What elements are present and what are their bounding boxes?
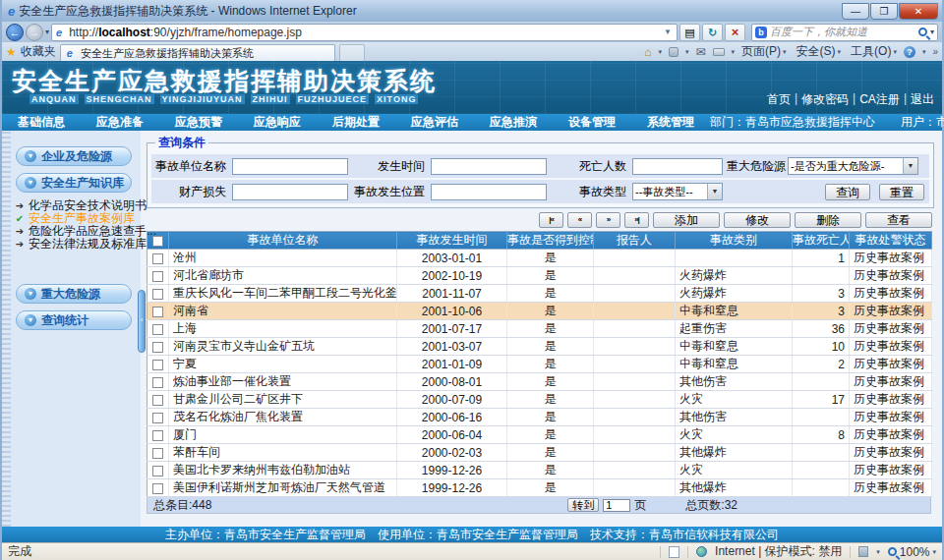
- nav-item[interactable]: 系统管理: [631, 114, 710, 131]
- row-checkbox[interactable]: [152, 360, 163, 370]
- table-row[interactable]: 甘肃金川公司二矿区井下2000-07-09是火灾17历史事故案例: [148, 391, 932, 409]
- nav-item[interactable]: 后期处置: [317, 114, 395, 131]
- chevron-down-icon[interactable]: ▾: [732, 48, 736, 56]
- back-button[interactable]: ←: [6, 24, 24, 41]
- table-row[interactable]: 沧州2003-01-01是1历史事故案例: [148, 250, 932, 267]
- nav-item[interactable]: 应急预警: [159, 114, 238, 131]
- command-menu[interactable]: 工具(O)▾: [851, 43, 897, 60]
- command-menu[interactable]: 安全(S)▾: [796, 43, 842, 60]
- table-row[interactable]: 美国北卡罗来纳州韦兹伯勒加油站1999-12-26是火灾历史事故案例: [148, 462, 932, 479]
- col-date[interactable]: 事故发生时间: [397, 232, 507, 250]
- header-link[interactable]: 首页: [767, 91, 791, 108]
- zoom-control[interactable]: 100% ▾: [888, 545, 936, 559]
- row-checkbox[interactable]: [152, 307, 163, 317]
- help-icon[interactable]: ?: [904, 46, 915, 58]
- sidebar-group-0[interactable]: ▾企业及危险源: [16, 146, 132, 166]
- print-icon[interactable]: [713, 48, 725, 56]
- next-page-button[interactable]: »: [596, 212, 620, 228]
- row-checkbox[interactable]: [152, 289, 163, 300]
- table-row[interactable]: 炼油事业部一催化装置2000-08-01是其他伤害历史事故案例: [148, 373, 932, 391]
- table-row[interactable]: 河北省廊坊市2002-10-19是火药爆炸历史事故案例: [148, 267, 932, 285]
- command-menu[interactable]: 页面(P)▾: [741, 43, 787, 60]
- col-reporter[interactable]: 报告人: [594, 232, 676, 250]
- nav-item[interactable]: 设备管理: [553, 114, 631, 131]
- table-row[interactable]: 美国伊利诺斯州芝加哥炼油厂天然气管道1999-12-26是其他爆炸历史事故案例: [148, 479, 932, 497]
- chevron-down-icon[interactable]: ▾: [658, 48, 662, 56]
- add-button[interactable]: 添加: [653, 212, 720, 228]
- search-button[interactable]: 查询: [825, 184, 870, 200]
- sidebar-group-3[interactable]: ▾查询统计: [16, 310, 132, 330]
- row-checkbox[interactable]: [152, 253, 163, 264]
- table-row[interactable]: 苯酐车间2000-02-03是其他爆炸历史事故案例: [148, 444, 932, 462]
- refresh-button[interactable]: ↻: [702, 24, 723, 41]
- row-checkbox[interactable]: [152, 395, 163, 406]
- row-checkbox[interactable]: [152, 324, 163, 335]
- reset-button[interactable]: 重置: [879, 184, 924, 200]
- goto-page-button[interactable]: 转到: [567, 498, 599, 512]
- search-icon[interactable]: [918, 28, 927, 36]
- table-row[interactable]: 茂名石化炼油厂焦化装置2000-06-16是其他伤害历史事故案例: [148, 409, 932, 426]
- header-link[interactable]: 修改密码: [801, 91, 849, 108]
- col-type[interactable]: 事故类别: [676, 232, 793, 250]
- search-input[interactable]: b 百度一下，你就知道 ▾: [751, 24, 938, 41]
- row-checkbox[interactable]: [152, 466, 163, 476]
- table-row[interactable]: 宁夏2001-01-09是中毒和窒息2历史事故案例: [148, 356, 932, 373]
- close-button[interactable]: ✕: [899, 3, 938, 20]
- nav-item[interactable]: 基础信息: [2, 114, 81, 131]
- new-tab-button[interactable]: [339, 44, 365, 61]
- nav-item[interactable]: 应急评估: [395, 114, 474, 131]
- row-checkbox[interactable]: [152, 413, 163, 423]
- url-dropdown-icon[interactable]: ▼: [661, 28, 675, 36]
- table-row[interactable]: 上海2001-07-17是起重伤害36历史事故案例: [148, 320, 932, 338]
- chevron-down-icon[interactable]: ▾: [876, 548, 880, 556]
- col-deaths[interactable]: 事故死亡人数: [793, 232, 850, 250]
- view-button[interactable]: 查看: [865, 212, 932, 228]
- header-link[interactable]: CA注册: [859, 91, 900, 108]
- rss-feed-icon[interactable]: [669, 47, 678, 57]
- favorites-star-icon[interactable]: ★: [6, 45, 17, 59]
- stop-button[interactable]: ×: [725, 24, 745, 41]
- table-row[interactable]: 重庆长风化一车间二苯甲酮工段二号光化釜2001-11-07是火药爆炸3历史事故案…: [148, 285, 932, 303]
- row-checkbox[interactable]: [152, 483, 163, 494]
- table-row[interactable]: 厦门2000-06-04是火灾8历史事故案例: [148, 426, 932, 444]
- sidebar-group-2[interactable]: ▾重大危险源: [16, 284, 132, 304]
- major-hazard-select[interactable]: -是否为重大危险源- ▼: [788, 157, 918, 175]
- url-input[interactable]: e http://localhost:90/yjzh/frame/homepag…: [51, 24, 678, 41]
- nav-item[interactable]: 应急推演: [474, 114, 553, 131]
- accident-type-select[interactable]: --事故类型-- ▼: [632, 183, 723, 200]
- maximize-button[interactable]: ❐: [870, 3, 898, 20]
- forward-button[interactable]: →: [26, 24, 43, 41]
- delete-button[interactable]: 删除: [795, 212, 861, 228]
- mail-icon[interactable]: ✉: [695, 45, 705, 59]
- row-checkbox[interactable]: [152, 377, 163, 388]
- page-number-input[interactable]: [603, 499, 630, 512]
- search-dropdown-icon[interactable]: ▾: [930, 28, 934, 36]
- col-status[interactable]: 事故处警状态: [850, 232, 932, 250]
- browser-tab[interactable]: e 安全生产应急救援指挥辅助决策系统: [60, 44, 335, 61]
- header-link[interactable]: 退出: [911, 91, 934, 108]
- row-checkbox[interactable]: [152, 448, 163, 459]
- compatibility-view-button[interactable]: ▤: [679, 24, 700, 41]
- row-checkbox[interactable]: [152, 271, 163, 282]
- last-page-button[interactable]: »|: [624, 212, 649, 228]
- chevron-down-icon[interactable]: ▾: [685, 48, 689, 56]
- row-checkbox[interactable]: [152, 342, 163, 353]
- home-icon[interactable]: ⌂: [644, 45, 651, 59]
- occur-time-input[interactable]: [431, 158, 547, 175]
- property-loss-input[interactable]: [232, 184, 348, 200]
- modify-button[interactable]: 修改: [724, 212, 791, 228]
- sidebar-group-1[interactable]: ▾安全生产知识库: [16, 173, 132, 193]
- first-page-button[interactable]: |«: [539, 212, 563, 228]
- nav-item[interactable]: 应急准备: [81, 114, 159, 131]
- sidebar-item[interactable]: ➔安全法律法规及标准库: [14, 238, 141, 251]
- unit-name-input[interactable]: [232, 158, 348, 175]
- more-commands-icon[interactable]: »: [932, 46, 938, 57]
- location-input[interactable]: [431, 184, 547, 200]
- compatibility-icon[interactable]: [858, 546, 868, 557]
- row-checkbox[interactable]: [152, 430, 163, 441]
- table-row[interactable]: 河南省2001-10-06是中毒和窒息3历史事故案例: [148, 303, 932, 320]
- history-dropdown-icon[interactable]: ▾: [45, 28, 49, 36]
- prev-page-button[interactable]: «: [567, 212, 592, 228]
- col-controlled[interactable]: 事故是否得到控制: [507, 232, 594, 250]
- minimize-button[interactable]: —: [842, 3, 869, 20]
